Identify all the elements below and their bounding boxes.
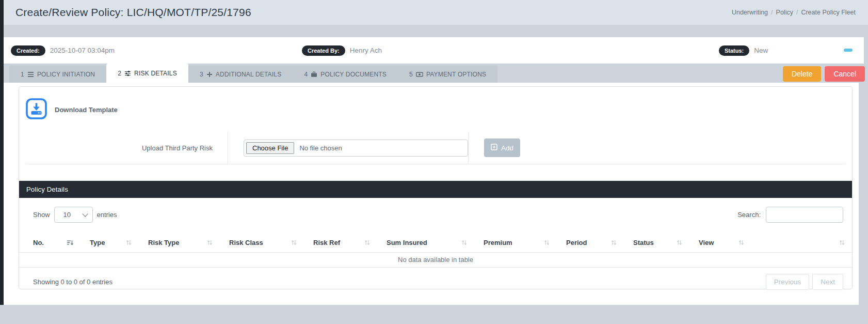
search-input[interactable]: [766, 207, 843, 223]
created-badge: Created:: [11, 45, 45, 56]
tab-label: RISK DETAILS: [134, 70, 177, 77]
empty-table-message: No data available in table: [19, 253, 852, 268]
upload-row: Upload Third Party Risk Choose File No f…: [19, 132, 852, 164]
tab-additional-details[interactable]: 3 ADDITIONAL DETAILS: [188, 66, 293, 83]
search-group: Search:: [737, 207, 843, 223]
table-controls: Show 10 entries Search:: [19, 207, 852, 223]
wizard-tab-row: 1 POLICY INITIATION 2 RISK DETAILS 3 ADD…: [4, 66, 865, 83]
add-button-label: Add: [501, 144, 513, 152]
page-length-group: Show 10 entries: [33, 207, 117, 223]
upload-third-party-risk-label: Upload Third Party Risk: [19, 144, 228, 152]
download-icon: [26, 98, 47, 121]
policy-details-header-bar: Policy Details: [19, 181, 852, 198]
empty-row: No data available in table: [19, 253, 852, 268]
column-header-type[interactable]: Type: [81, 233, 139, 253]
sort-amount-icon: [67, 240, 73, 246]
tab-content: Download Template Upload Third Party Ris…: [4, 83, 859, 305]
show-label: Show: [33, 211, 50, 219]
sort-icon: [611, 239, 617, 246]
sort-icon: [677, 239, 682, 246]
column-header-risk-ref[interactable]: Risk Ref: [304, 233, 377, 253]
tab-label: POLICY DOCUMENTS: [320, 71, 387, 78]
collapsed-sidebar: [0, 0, 4, 305]
breadcrumb-separator: /: [771, 9, 773, 16]
file-input[interactable]: Choose File No file chosen: [244, 140, 468, 157]
tab-number: 4: [304, 71, 308, 78]
column-header-risk-type[interactable]: Risk Type: [139, 233, 220, 253]
created-by-badge: Created By:: [302, 45, 345, 56]
breadcrumb: Underwriting / Policy / Create Policy Fl…: [732, 9, 856, 16]
entries-label: entries: [97, 211, 117, 219]
page-length-select[interactable]: 10: [54, 207, 93, 223]
risk-details-panel: Download Template Upload Third Party Ris…: [19, 86, 853, 289]
tab-label: PAYMENT OPTIONS: [426, 71, 486, 78]
tab-label: POLICY INITIATION: [37, 71, 95, 78]
download-template-label: Download Template: [55, 106, 118, 114]
sort-icon: [364, 239, 370, 246]
delete-button[interactable]: Delete: [783, 66, 821, 82]
plus-square-icon: [491, 144, 497, 152]
column-header-no[interactable]: No.: [19, 233, 81, 253]
sort-icon: [839, 239, 845, 246]
tab-number: 2: [118, 70, 121, 77]
cancel-button[interactable]: Cancel: [825, 66, 865, 82]
tab-policy-documents[interactable]: 4 POLICY DOCUMENTS: [293, 66, 398, 83]
column-header-view[interactable]: View: [689, 233, 751, 253]
breadcrumb-create-policy-fleet: Create Policy Fleet: [801, 9, 856, 16]
column-header-risk-class[interactable]: Risk Class: [220, 233, 304, 253]
money-icon: [416, 71, 423, 78]
sliders-icon: [124, 70, 131, 76]
pagination: Previous Next: [766, 274, 843, 290]
tab-number: 3: [200, 71, 203, 78]
tab-label: ADDITIONAL DETAILS: [216, 71, 282, 78]
column-header-sum-insured[interactable]: Sum Insured: [377, 233, 474, 253]
tab-actions: Delete Cancel: [783, 66, 865, 83]
minus-icon[interactable]: [844, 49, 853, 52]
download-template-button[interactable]: Download Template: [26, 98, 144, 121]
tab-policy-initiation[interactable]: 1 POLICY INITIATION: [9, 66, 106, 83]
add-button[interactable]: Add: [484, 138, 520, 157]
status-value: New: [754, 47, 768, 54]
tab-risk-details[interactable]: 2 RISK DETAILS: [106, 64, 188, 83]
table-header-row: No. Type Risk Type Risk Class Risk Ref S…: [19, 233, 852, 253]
choose-file-button[interactable]: Choose File: [246, 142, 294, 154]
sort-icon: [738, 239, 744, 246]
sort-icon: [461, 239, 467, 246]
breadcrumb-policy[interactable]: Policy: [776, 9, 793, 16]
created-by-value: Henry Ach: [350, 47, 382, 54]
page-title: Create/Review Policy: LIC/HQ/MOT/TP/25/1…: [15, 6, 251, 19]
table-footer: Showing 0 to 0 of 0 entries Previous Nex…: [19, 274, 852, 290]
add-cell: Add: [477, 138, 520, 157]
sort-icon: [207, 239, 213, 246]
status-info: Status: New: [719, 37, 768, 64]
plus-icon: [206, 71, 213, 78]
policy-info-bar: Created: 2025-10-07 03:04pm Created By: …: [4, 37, 864, 64]
search-label: Search:: [737, 211, 761, 219]
status-badge: Status:: [719, 45, 749, 56]
next-button[interactable]: Next: [812, 274, 843, 290]
created-info: Created: 2025-10-07 03:04pm: [11, 37, 115, 64]
policy-details-title: Policy Details: [19, 186, 68, 193]
tab-number: 1: [21, 71, 24, 78]
sort-icon: [291, 239, 297, 246]
briefcase-icon: [311, 71, 317, 78]
file-cell: Choose File No file chosen: [228, 140, 468, 157]
policy-details-table: No. Type Risk Type Risk Class Risk Ref S…: [19, 233, 852, 268]
column-header-period[interactable]: Period: [557, 233, 624, 253]
previous-button[interactable]: Previous: [766, 274, 810, 290]
no-file-chosen-text: No file chosen: [299, 144, 342, 152]
column-header-status[interactable]: Status: [624, 233, 689, 253]
column-header-extra[interactable]: [751, 233, 852, 253]
breadcrumb-underwriting[interactable]: Underwriting: [732, 9, 768, 16]
sort-icon: [126, 239, 132, 246]
breadcrumb-separator: /: [796, 9, 798, 16]
list-icon: [27, 71, 34, 78]
tab-strip: 1 POLICY INITIATION 2 RISK DETAILS 3 ADD…: [9, 66, 497, 83]
tab-number: 5: [409, 71, 413, 78]
vertical-divider: [468, 132, 469, 164]
page-length-select-wrap: 10: [54, 207, 93, 223]
column-header-premium[interactable]: Premium: [474, 233, 557, 253]
page-header: Create/Review Policy: LIC/HQ/MOT/TP/25/1…: [4, 0, 868, 25]
tab-payment-options[interactable]: 5 PAYMENT OPTIONS: [398, 66, 497, 83]
entries-summary: Showing 0 to 0 of 0 entries: [33, 278, 112, 286]
